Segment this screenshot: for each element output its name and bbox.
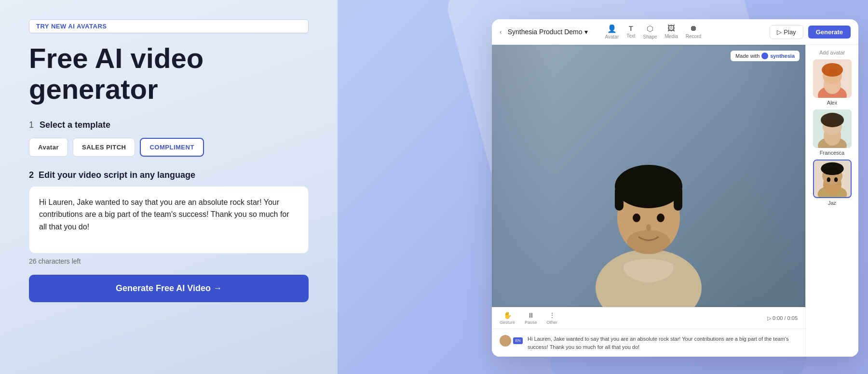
pause-control[interactable]: ⏸ Pause bbox=[525, 311, 537, 325]
svg-point-19 bbox=[821, 113, 844, 127]
svg-point-9 bbox=[627, 230, 670, 254]
header-right: ▷ Play Generate bbox=[770, 25, 851, 39]
app-header: ‹ Synthesia Product Demo ▾ 👤 Avatar T Te… bbox=[492, 19, 858, 45]
header-tools: 👤 Avatar T Text ⬡ Shape 🖼 Media ⏺ Record bbox=[605, 24, 702, 40]
generate-button[interactable]: Generate bbox=[808, 26, 851, 39]
svg-rect-5 bbox=[674, 187, 682, 211]
play-icon: ▷ bbox=[777, 28, 782, 36]
video-canvas[interactable]: Made with synthesia bbox=[492, 45, 805, 307]
avatar-icon: 👤 bbox=[607, 24, 617, 33]
other-control[interactable]: ⋮ Other bbox=[547, 311, 558, 325]
template-synthesia-demo-button[interactable]: Avatar bbox=[29, 138, 68, 157]
generate-free-video-button[interactable]: Generate Free AI Video → bbox=[29, 275, 309, 302]
project-name[interactable]: Synthesia Product Demo ▾ bbox=[508, 28, 588, 36]
watermark: Made with synthesia bbox=[731, 51, 800, 61]
text-tool[interactable]: T Text bbox=[626, 24, 635, 40]
svg-point-6 bbox=[633, 214, 640, 222]
script-lang-badge: EN bbox=[513, 337, 523, 344]
media-icon: 🖼 bbox=[667, 24, 675, 33]
avatar-name-jaz: Jaz bbox=[828, 200, 836, 206]
add-avatar-label[interactable]: Add avatar bbox=[819, 50, 845, 55]
play-button[interactable]: ▷ Play bbox=[770, 25, 803, 39]
avatar-card-alex[interactable]: Alex bbox=[811, 59, 854, 106]
script-avatar-1 bbox=[500, 335, 511, 347]
media-tool[interactable]: 🖼 Media bbox=[665, 24, 678, 40]
back-arrow[interactable]: ‹ bbox=[500, 28, 502, 36]
avatar-image-alex bbox=[813, 59, 852, 98]
app-content: Made with synthesia ✋ Gesture ⏸ Pause bbox=[492, 45, 858, 357]
record-icon: ⏺ bbox=[690, 24, 697, 33]
step2-label: 2 Edit your video script in any language bbox=[29, 170, 309, 180]
svg-point-7 bbox=[657, 214, 665, 222]
shape-icon: ⬡ bbox=[647, 24, 653, 33]
record-tool[interactable]: ⏺ Record bbox=[686, 24, 701, 40]
template-buttons: Avatar SALES PITCH COMPLIMENT bbox=[29, 138, 309, 157]
shape-tool[interactable]: ⬡ Shape bbox=[643, 24, 657, 40]
app-mockup: ‹ Synthesia Product Demo ▾ 👤 Avatar T Te… bbox=[492, 19, 858, 357]
avatar-card-jaz[interactable]: Jaz bbox=[811, 160, 854, 206]
control-icons: ✋ Gesture ⏸ Pause ⋮ Other bbox=[500, 311, 557, 325]
avatar-tool[interactable]: 👤 Avatar bbox=[605, 24, 619, 40]
text-icon: T bbox=[629, 24, 633, 32]
try-avatars-badge[interactable]: TRY NEW AI AVATARS bbox=[29, 19, 309, 33]
svg-point-24 bbox=[821, 162, 844, 175]
template-compliment-button[interactable]: COMPLIMENT bbox=[140, 138, 203, 157]
avatar-card-francesca[interactable]: Francesca bbox=[811, 109, 854, 156]
svg-point-26 bbox=[834, 177, 838, 182]
pause-icon: ⏸ bbox=[528, 311, 534, 319]
script-avatars: EN bbox=[500, 335, 523, 347]
template-sales-pitch-button[interactable]: SALES PITCH bbox=[73, 138, 135, 157]
bottom-controls: ✋ Gesture ⏸ Pause ⋮ Other ▷ 0:00 / 0:05 bbox=[492, 307, 805, 329]
script-area: EN Hi Lauren, Jake wanted to say that yo… bbox=[492, 329, 805, 357]
other-icon: ⋮ bbox=[549, 311, 556, 319]
canvas-area: Made with synthesia ✋ Gesture ⏸ Pause bbox=[492, 45, 805, 357]
svg-rect-4 bbox=[615, 187, 624, 211]
time-display: ▷ 0:00 / 0:05 bbox=[767, 315, 798, 321]
avatar-sidebar: Add avatar Alex bbox=[805, 45, 858, 357]
gesture-icon: ✋ bbox=[503, 311, 512, 319]
avatar-svg bbox=[581, 124, 716, 307]
svg-point-8 bbox=[646, 224, 651, 231]
watermark-text: Made with bbox=[735, 53, 760, 59]
svg-point-14 bbox=[822, 63, 843, 77]
avatar-image-jaz bbox=[813, 160, 852, 198]
chars-left: 26 characters left bbox=[29, 257, 309, 265]
synthesia-logo bbox=[761, 53, 768, 59]
left-panel: TRY NEW AI AVATARS Free AI video generat… bbox=[0, 0, 338, 374]
avatar-image-francesca bbox=[813, 109, 852, 148]
gesture-control[interactable]: ✋ Gesture bbox=[500, 311, 515, 325]
step1-label: 1 Select a template bbox=[29, 120, 309, 130]
script-text[interactable]: Hi Lauren, Jake wanted to say that you a… bbox=[528, 335, 798, 351]
avatar-name-francesca: Francesca bbox=[820, 150, 844, 156]
avatar-name-alex: Alex bbox=[827, 100, 837, 106]
script-textarea[interactable]: Hi Lauren, Jake wanted to say that you a… bbox=[29, 186, 309, 254]
video-background: Made with synthesia bbox=[492, 45, 805, 307]
svg-point-25 bbox=[827, 177, 830, 182]
hero-title: Free AI video generator bbox=[29, 43, 309, 105]
svg-point-3 bbox=[615, 165, 682, 208]
